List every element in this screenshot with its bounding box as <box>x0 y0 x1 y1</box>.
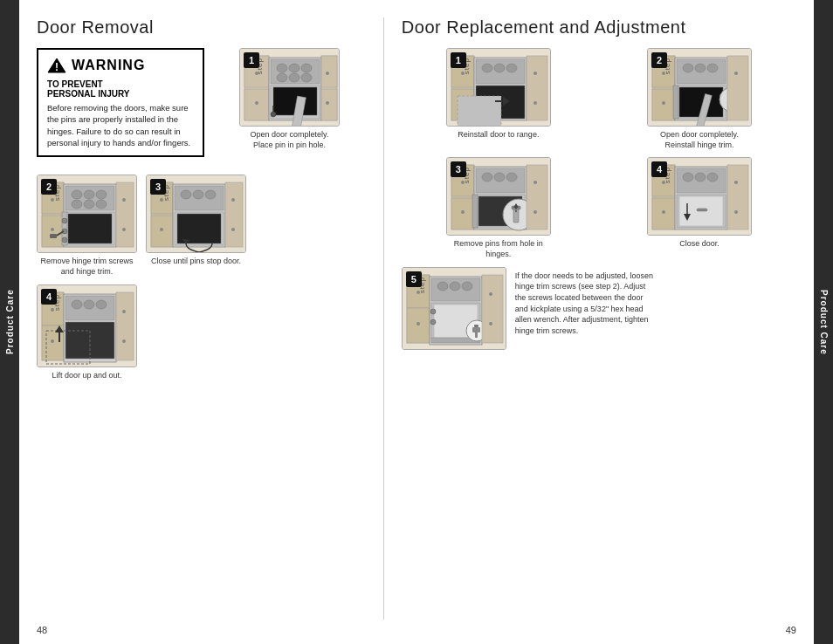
svg-point-37 <box>72 200 82 209</box>
svg-rect-181 <box>474 325 478 327</box>
removal-step4-image: 4 step <box>37 284 137 367</box>
step2-caption: Remove hinge trim screwsand hinge trim. <box>40 257 133 277</box>
rep-step3-image: 3 step <box>446 157 551 236</box>
svg-rect-29 <box>42 216 64 247</box>
svg-point-14 <box>289 73 299 82</box>
svg-rect-41 <box>68 214 112 243</box>
svg-point-60 <box>193 190 203 199</box>
removal-step2: 2 step <box>37 175 137 277</box>
svg-rect-65 <box>225 182 243 247</box>
removal-row3: 4 step <box>37 284 366 381</box>
svg-rect-83 <box>116 292 134 360</box>
svg-rect-186 <box>482 275 503 343</box>
removal-step1-area: 1 step <box>213 48 366 168</box>
right-side-tab: Product Care <box>814 0 833 644</box>
door-removal-title: Door Removal <box>37 17 366 38</box>
removal-top-row: ! WARNING TO PREVENTPERSONAL INJURY Befo… <box>37 48 366 168</box>
page-container: Product Care Door Removal ! <box>0 0 833 644</box>
rep-step2: 2 step <box>602 48 796 150</box>
step1-caption: Open door completely.Place pin in pin ho… <box>251 130 329 150</box>
step3-badge: 3 <box>150 179 166 195</box>
svg-rect-183 <box>475 332 478 338</box>
rep-step2-badge: 2 <box>651 52 667 68</box>
svg-point-96 <box>506 64 517 72</box>
svg-point-135 <box>494 173 505 182</box>
step2-badge: 2 <box>41 179 57 195</box>
rep-step1: 1 step <box>402 48 595 150</box>
svg-rect-103 <box>534 101 537 105</box>
svg-rect-50 <box>122 228 126 231</box>
warning-header: ! WARNING <box>47 57 194 74</box>
rep-step5-image: 5 step <box>402 267 506 350</box>
svg-point-13 <box>277 73 287 82</box>
svg-rect-188 <box>489 322 492 325</box>
svg-rect-25 <box>326 101 329 105</box>
svg-rect-67 <box>231 228 235 231</box>
removal-step3: 3 step <box>146 175 246 277</box>
removal-step1-image: 1 step <box>239 48 340 127</box>
svg-rect-24 <box>326 72 329 75</box>
svg-rect-163 <box>727 165 748 230</box>
svg-rect-165 <box>734 210 738 214</box>
svg-rect-23 <box>321 89 337 120</box>
svg-rect-131 <box>461 210 465 214</box>
svg-rect-7 <box>255 101 258 105</box>
svg-rect-54 <box>151 216 173 247</box>
rep-step2-image: 2 step <box>647 48 752 127</box>
svg-point-76 <box>72 300 82 309</box>
svg-point-95 <box>494 64 505 72</box>
svg-point-15 <box>301 73 312 82</box>
replacement-row3: 5 step <box>402 267 796 350</box>
replacement-row2: 3 step <box>402 157 796 259</box>
svg-point-134 <box>482 173 492 182</box>
svg-point-34 <box>72 190 82 199</box>
svg-rect-125 <box>734 72 738 75</box>
svg-point-12 <box>301 64 312 72</box>
rep-step4-caption: Close door. <box>679 239 719 250</box>
svg-point-156 <box>683 173 693 182</box>
svg-point-77 <box>84 300 94 309</box>
rep-step5: 5 step <box>402 267 655 350</box>
svg-rect-118 <box>673 86 678 119</box>
page-number-left: 48 <box>37 625 47 635</box>
warning-text: Before removing the doors, make sure the… <box>47 102 194 148</box>
svg-point-185 <box>430 319 436 325</box>
svg-point-11 <box>289 64 299 72</box>
warning-box: ! WARNING TO PREVENTPERSONAL INJURY Befo… <box>37 48 204 157</box>
rep-step5-badge: 5 <box>406 271 422 287</box>
svg-rect-187 <box>489 292 492 296</box>
svg-point-114 <box>707 64 718 72</box>
svg-rect-147 <box>534 210 537 214</box>
rep-step1-image: 1 step <box>446 48 551 127</box>
rep-step3-badge: 3 <box>451 161 466 177</box>
svg-text:!: ! <box>55 61 59 73</box>
warning-subtitle: TO PREVENTPERSONAL INJURY <box>47 79 194 99</box>
removal-step2-image: 2 step <box>37 175 137 253</box>
removal-step4: 4 step <box>37 284 137 381</box>
left-side-tab: Product Care <box>0 0 19 644</box>
svg-rect-56 <box>160 228 163 231</box>
removal-row2: 2 step <box>37 175 366 277</box>
svg-point-136 <box>506 173 517 182</box>
svg-point-184 <box>430 309 436 314</box>
rep-step1-caption: Reinstall door to range. <box>458 130 539 140</box>
svg-rect-22 <box>321 56 337 87</box>
page-number-right: 49 <box>786 625 796 635</box>
rep-step2-caption: Open door completely.Reinstall hinge tri… <box>660 130 739 150</box>
svg-rect-109 <box>662 101 665 105</box>
rep-step4-image: 4 step <box>647 157 752 236</box>
svg-point-39 <box>96 200 107 209</box>
svg-point-36 <box>96 190 107 199</box>
svg-rect-153 <box>662 210 665 214</box>
svg-rect-66 <box>231 198 235 202</box>
svg-rect-145 <box>527 165 547 230</box>
removal-step3-image: 3 step <box>146 175 246 253</box>
warning-triangle-icon: ! <box>47 57 66 74</box>
step4-badge: 4 <box>41 289 57 305</box>
svg-rect-124 <box>727 56 748 120</box>
rep-step4-badge: 4 <box>651 161 667 177</box>
svg-point-78 <box>96 300 107 309</box>
rep-step4: 4 step <box>602 157 796 259</box>
warning-area: ! WARNING TO PREVENTPERSONAL INJURY Befo… <box>37 48 204 168</box>
svg-point-10 <box>277 64 287 72</box>
